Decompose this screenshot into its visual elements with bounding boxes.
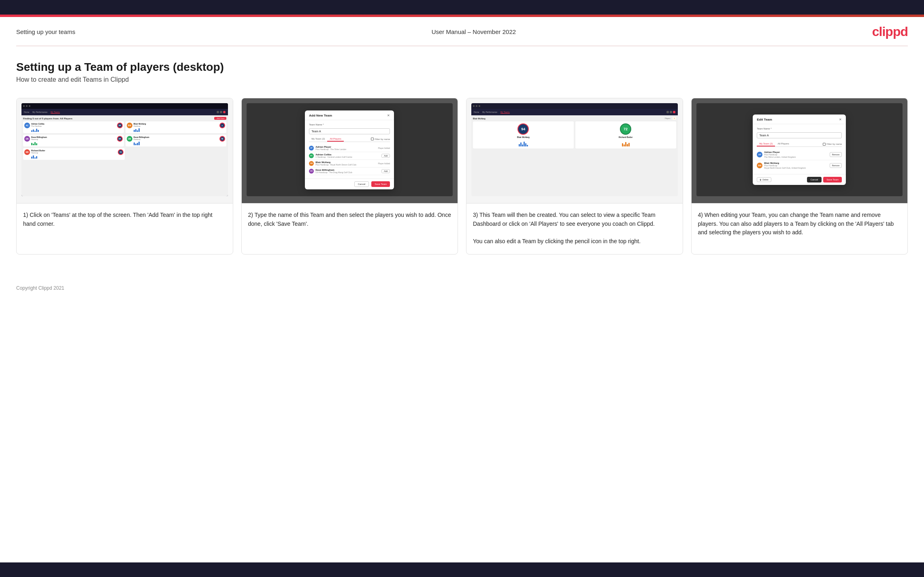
ss1-player-club-3: Handicap bbox=[31, 138, 116, 140]
bar bbox=[36, 156, 37, 159]
edit-modal-tab-allplayers[interactable]: All Players bbox=[775, 142, 791, 146]
ss1-player-info-2: Blair McHarg Handicap bbox=[134, 123, 218, 132]
bar bbox=[135, 129, 136, 132]
ss3-dot3 bbox=[479, 105, 480, 107]
bar bbox=[36, 143, 37, 145]
edit-modal-team-name-label: Team Name * bbox=[757, 127, 842, 130]
modal-player-info-2: Adrian Coliba 1 Handicap · Central Londo… bbox=[315, 153, 380, 158]
ss3-player-cards: 94 Blair McHarg bbox=[473, 121, 676, 148]
modal-add-btn-2[interactable]: Add bbox=[381, 154, 390, 158]
edit-remove-btn-2[interactable]: Remove bbox=[830, 163, 842, 168]
modal-cancel-button[interactable]: Cancel bbox=[354, 181, 369, 187]
ss1-player-info-5: Richard Butler Handicap bbox=[31, 149, 117, 159]
modal-player-3: BM Blair McHarg Plus Handicap · Royal No… bbox=[309, 160, 390, 168]
edit-team-modal: Edit Team ✕ Team Name * My Team (2) All … bbox=[753, 115, 846, 185]
edit-modal-tabs: My Team (2) All Players Filter by name bbox=[757, 142, 842, 147]
modal-avatar-1: AP bbox=[309, 146, 314, 151]
edit-cancel-button[interactable]: Cancel bbox=[807, 177, 822, 182]
ss1-score-4: 78 bbox=[219, 136, 225, 142]
cards-row: Home My Performance My Teams Finding 5 o… bbox=[16, 98, 908, 255]
edit-footer-btns: Cancel Save Team bbox=[807, 177, 842, 182]
modal-header: Add New Team ✕ bbox=[305, 110, 394, 120]
modal-add-btn-4[interactable]: Add bbox=[381, 169, 390, 173]
bar bbox=[138, 128, 140, 132]
ss3-dot1 bbox=[473, 105, 475, 107]
ss3-nav-teams: My Teams bbox=[500, 111, 510, 114]
ss1-avatar-5: RB bbox=[24, 149, 30, 155]
bar bbox=[31, 157, 32, 159]
ss3-players-label: Players bbox=[664, 117, 671, 120]
bar bbox=[624, 144, 625, 146]
modal-close-icon[interactable]: ✕ bbox=[387, 114, 390, 117]
bar bbox=[519, 144, 520, 146]
ss1-player-info-3: Dave Billingham Handicap bbox=[31, 136, 116, 145]
ss1-player-info-1: Adrian Coliba Plus Handicap bbox=[31, 123, 116, 132]
step-4-screenshot: Edit Team ✕ Team Name * My Team (2) All … bbox=[692, 98, 908, 204]
ss3-score-2: 72 bbox=[620, 123, 631, 135]
modal-tab-myteam[interactable]: My Team (2) bbox=[309, 137, 327, 142]
bar bbox=[627, 144, 628, 146]
modal-avatar-3: BM bbox=[309, 161, 314, 166]
edit-delete-button[interactable]: 🗑 Delete bbox=[757, 177, 771, 182]
delete-label: Delete bbox=[762, 178, 768, 181]
ss1-topbar bbox=[21, 103, 228, 109]
ss1-player-club-1: Plus Handicap bbox=[31, 125, 116, 127]
edit-save-button[interactable]: Save Team bbox=[823, 177, 842, 182]
edit-team-modal-bg: Edit Team ✕ Team Name * My Team (2) All … bbox=[696, 103, 903, 196]
bar bbox=[625, 142, 626, 146]
filter-checkbox[interactable] bbox=[371, 138, 374, 140]
step-3-screenshot: Home My Performance My Teams Blair McHar… bbox=[466, 98, 683, 204]
modal-tab-allplayers[interactable]: All Players bbox=[327, 137, 343, 142]
edit-modal-body: Team Name * My Team (2) All Players Filt… bbox=[753, 124, 846, 174]
ss1-body-title: Finding 5 out of 5 players from: All Pla… bbox=[23, 117, 72, 120]
bottom-bar bbox=[0, 562, 924, 577]
header-section-label: Setting up your teams bbox=[16, 28, 75, 35]
modal-save-button[interactable]: Save Team bbox=[371, 181, 390, 187]
add-team-modal-bg: Add New Team ✕ Team Name * My Team (2) A… bbox=[247, 103, 453, 196]
ss1-body: Finding 5 out of 5 players from: All Pla… bbox=[21, 115, 228, 196]
ss3-icon2 bbox=[670, 111, 672, 113]
bar bbox=[138, 142, 140, 145]
ss3-team-name: Blair McHarg bbox=[473, 117, 485, 120]
ss3-nav: Home My Performance My Teams bbox=[471, 109, 678, 115]
top-bar bbox=[0, 0, 924, 15]
modal-added-label-1: Player Added bbox=[378, 147, 390, 149]
edit-remove-btn-1[interactable]: Remove bbox=[830, 152, 842, 157]
page-title: Setting up a Team of players (desktop) bbox=[16, 61, 908, 74]
edit-modal-filter: Filter by name bbox=[823, 142, 842, 146]
ss1-dot3 bbox=[29, 105, 30, 107]
edit-filter-checkbox[interactable] bbox=[823, 143, 826, 146]
ss1-player-club-5: Handicap bbox=[31, 152, 117, 154]
edit-modal-close-icon[interactable]: ✕ bbox=[839, 118, 842, 121]
modal-player-club-4: 5.9 Handicap · The Drag Mang Golf Club bbox=[315, 171, 380, 174]
ss1-bars-4 bbox=[134, 141, 218, 145]
modal-team-name-label: Team Name * bbox=[309, 123, 390, 126]
step-1-text: 1) Click on 'Teams' at the top of the sc… bbox=[17, 204, 233, 254]
ss3-team-card-1: 94 Blair McHarg bbox=[473, 121, 574, 148]
modal-player-club-2: 1 Handicap · Central London Golf Centre bbox=[315, 156, 380, 158]
edit-player-info-2: Blair McHarg Plus Handicap Royal North D… bbox=[764, 162, 828, 169]
edit-modal-tab-myteam[interactable]: My Team (2) bbox=[757, 142, 775, 146]
ss1-bars-3 bbox=[31, 141, 116, 145]
edit-avatar-2: BM bbox=[757, 163, 762, 168]
page-subtitle: How to create and edit Teams in Clippd bbox=[16, 76, 908, 83]
edit-modal-team-name-input[interactable] bbox=[757, 132, 842, 138]
step-3-text: 3) This Team will then be created. You c… bbox=[466, 204, 683, 254]
edit-player-2: BM Blair McHarg Plus Handicap Royal Nort… bbox=[757, 160, 842, 171]
ss3-bars-1 bbox=[519, 140, 528, 146]
header-manual-title: User Manual – November 2022 bbox=[432, 28, 516, 35]
ss3-body-header: Blair McHarg Players ✎ bbox=[473, 117, 676, 120]
bar bbox=[134, 142, 135, 145]
step-4-text: 4) When editing your Team, you can chang… bbox=[692, 204, 908, 254]
step-1-card: Home My Performance My Teams Finding 5 o… bbox=[16, 98, 233, 255]
ss1-dot2 bbox=[26, 105, 28, 107]
edit-player-location-1: The Shire London, United Kingdom bbox=[764, 156, 828, 158]
ss1-player-club-4: Handicap bbox=[134, 138, 218, 140]
modal-player-club-3: Plus Handicap · Royal North Devon Golf C… bbox=[315, 163, 376, 166]
bar bbox=[33, 155, 34, 159]
bar bbox=[520, 142, 522, 146]
bar bbox=[525, 143, 526, 146]
modal-team-name-input[interactable] bbox=[309, 128, 390, 134]
ss1-avatar-1: AC bbox=[24, 123, 30, 128]
ss3-icon3 bbox=[673, 111, 675, 113]
